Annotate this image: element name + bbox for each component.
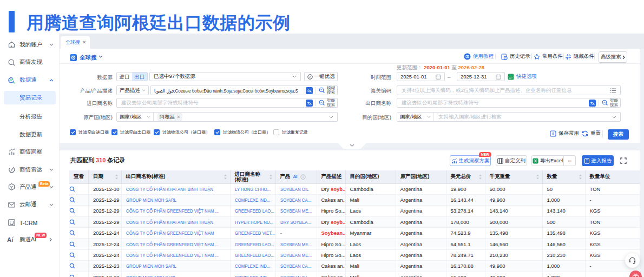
sidebar-item-2[interactable]: 商情发现 (0, 56, 60, 68)
sort-icon[interactable] (115, 174, 121, 180)
cell-importer[interactable]: GREENFEED LAO... (230, 239, 275, 249)
sidebar-item-11[interactable]: T-CRM (0, 217, 60, 229)
reset-button[interactable]: 重置 (582, 130, 601, 137)
sort-icon[interactable] (536, 174, 542, 180)
tab-close-icon[interactable]: ✕ (82, 40, 86, 45)
sidebar-item-9[interactable]: 产品通Beta (0, 181, 60, 193)
sort-icon[interactable] (269, 174, 275, 180)
checkbox-unchecked-icon[interactable] (273, 129, 279, 135)
customize-columns-button[interactable]: 自定义列 (496, 155, 527, 166)
cell-exporter[interactable]: CÔNG TY CỔ PHẦN GREENFEED VIỆT NAM ... (121, 249, 230, 260)
view-record-button[interactable] (69, 239, 89, 249)
tutorial-button[interactable]: 使用教程 (464, 52, 494, 61)
filter-checkbox-1[interactable]: 过滤空白进口商 (70, 129, 109, 135)
view-record-button[interactable] (69, 183, 89, 194)
sidebar-item-10[interactable]: 云邮通 (0, 199, 60, 210)
cell-importer[interactable]: COMPLEXE IND... (230, 272, 275, 277)
table-row-2[interactable]: 2025-12-29GROUP MIEN MOH SARLCOMPLEXE IN… (69, 194, 640, 205)
hs-code-input[interactable]: 支持4位以上海关编码，或2位海关编码加上产品描述、企业名称的任意信息 (397, 85, 621, 95)
origin-country-select[interactable]: 国家/地区 阿根廷 ✕ (116, 112, 338, 122)
support-fab[interactable] (625, 253, 640, 268)
cell-product[interactable]: SOYBEAN ME... (275, 206, 317, 216)
table-row-6[interactable]: 2025-12-24CÔNG TY CỔ PHẦN GREENFEED VIỆT… (69, 239, 640, 249)
table-row-4[interactable]: 2025-12-29CÔNG TY CỔ PHẦN KHAI ANH BÌNH … (69, 216, 640, 227)
sidebar-item-5[interactable]: 分析报告 (0, 111, 60, 123)
export-more-button[interactable]: ··· (563, 155, 576, 166)
cell-product[interactable]: SOYBEAN CA... (275, 261, 317, 272)
cell-exporter[interactable]: GROUP MIEN MOH SARL (121, 261, 230, 272)
view-record-button[interactable] (69, 194, 89, 205)
checkbox-checked-icon[interactable] (70, 129, 76, 135)
generate-insight-button[interactable]: 生成洞察方案 NEW (450, 155, 491, 166)
enter-report-button[interactable]: 进入报告 (582, 155, 614, 166)
sidebar-item-3[interactable]: 数据通 (0, 74, 60, 86)
sidebar-item-7[interactable]: 商情洞察 (0, 146, 60, 158)
sidebar-item-8[interactable]: 商情雷达 (0, 164, 60, 176)
sort-icon[interactable] (478, 174, 485, 180)
export-option[interactable]: 出口 (132, 72, 147, 81)
date-to-input[interactable]: 2025-12-31 (457, 72, 505, 81)
cell-exporter[interactable]: CÔNG TY CỔ PHẦN KHAI ANH BÌNH THUẬN (121, 183, 230, 194)
table-row-9[interactable]: 2025-12-22GROUP MIEN MOH SARLCOMPLEXE IN… (69, 272, 640, 277)
module-title[interactable]: 全球搜 (80, 54, 97, 62)
cell-product[interactable]: DRY SOYBEA... (275, 216, 317, 227)
cell-importer[interactable]: COMPLEXE IND... (230, 194, 275, 205)
sort-icon[interactable] (224, 174, 230, 180)
checkbox-checked-icon[interactable] (111, 129, 117, 135)
exporter-input[interactable]: 建议去除公司尾部字符或特殊符号 智能搜索 (397, 98, 621, 108)
import-option[interactable]: 进口 (117, 72, 132, 81)
cell-exporter[interactable]: CÔNG TY CỔ PHẦN KHAI ANH BÌNH THUẬN (121, 216, 230, 227)
checkbox-checked-icon[interactable] (154, 129, 160, 135)
tag-remove-icon[interactable]: ✕ (177, 115, 181, 120)
sidebar-item-12[interactable]: Ai腾道AINEW (0, 234, 60, 246)
smart-search-toggle[interactable]: 智能搜索 (602, 98, 618, 107)
view-record-button[interactable] (69, 249, 89, 260)
fullscreen-icon[interactable] (620, 157, 627, 164)
cell-importer[interactable]: LY HONG CHHO... (230, 183, 275, 194)
search-button[interactable]: 搜索 (608, 129, 629, 140)
importer-input[interactable]: 建议去除公司尾部字符或特殊符号 智能搜索 (116, 98, 338, 108)
column-header-10[interactable]: 千克重量 (485, 170, 542, 183)
cell-importer[interactable]: HYPER HOPE NU... (230, 216, 275, 227)
export-excel-button[interactable]: 导出Excel (531, 155, 564, 166)
date-from-input[interactable]: 2025-01-01 (397, 72, 445, 81)
view-record-button[interactable] (69, 272, 89, 277)
module-chevron-down-icon[interactable] (98, 55, 103, 58)
country-type-select[interactable]: 国家/地区 (117, 113, 154, 121)
advanced-search-button[interactable]: 高级搜索 (599, 51, 627, 63)
country-type-select[interactable]: 国家/地区 (397, 113, 434, 121)
cell-product[interactable]: SOYBEAN ME... (275, 239, 317, 249)
table-row-8[interactable]: 2025-12-23GROUP MIEN MOH SARLCOMPLEXE IN… (69, 261, 640, 272)
translate-icon[interactable] (589, 100, 596, 107)
sort-icon[interactable] (579, 174, 585, 180)
cell-product[interactable]: SOYBEAN CA... (275, 194, 317, 205)
cell-importer[interactable]: GREENFEED VIET... (230, 228, 275, 239)
cell-exporter[interactable]: CÔNG TY CỔ PHẦN GREENFEED VIỆT NAM ... (121, 206, 230, 216)
column-header-9[interactable]: 美元总价 (446, 170, 485, 183)
cell-exporter[interactable]: GROUP MIEN MOH SARL (121, 272, 230, 277)
list-icon[interactable] (610, 88, 616, 93)
cell-importer[interactable]: GREENFEED LAO... (230, 249, 275, 260)
product-search-input[interactable]: فول الصويا;Соевые бобы;Đậu nành;Soja;soj… (150, 85, 338, 95)
filter-checkbox-4[interactable]: 过滤物流公司（出口商） (214, 129, 271, 135)
column-header-11[interactable]: 数量 (542, 170, 585, 183)
cell-product[interactable]: SOYBEAN CA... (275, 272, 317, 277)
country-tag[interactable]: 阿根廷 ✕ (157, 113, 182, 121)
collapse-panel-toggle[interactable] (338, 143, 366, 149)
sidebar-item-6[interactable]: 数据更新 (0, 129, 60, 141)
column-header-4[interactable]: 进口商名称(标准) (230, 170, 275, 183)
promo-fab[interactable] (629, 271, 642, 277)
translate-icon[interactable] (306, 100, 313, 107)
info-icon[interactable] (300, 174, 306, 180)
column-header-2[interactable]: 日期 (89, 170, 122, 183)
cell-exporter[interactable]: GROUP MIEN MOH SARL (121, 194, 230, 205)
history-button[interactable]: 历史记录 (501, 52, 530, 61)
checkbox-checked-icon[interactable] (214, 129, 220, 135)
cell-product[interactable]: - (275, 228, 317, 239)
filter-checkbox-3[interactable]: 过滤物流公司（进口商） (154, 129, 210, 135)
cell-product[interactable]: SOYBEAN ME... (275, 249, 317, 260)
data-source-select[interactable]: 已选中97个数据源 (149, 72, 301, 81)
cell-importer[interactable]: GREENFEED LAO... (230, 206, 275, 216)
sidebar-item-4[interactable]: 贸易记录 (0, 92, 60, 104)
table-row-3[interactable]: 2025-12-29CÔNG TY CỔ PHẦN GREENFEED VIỆT… (69, 206, 640, 216)
